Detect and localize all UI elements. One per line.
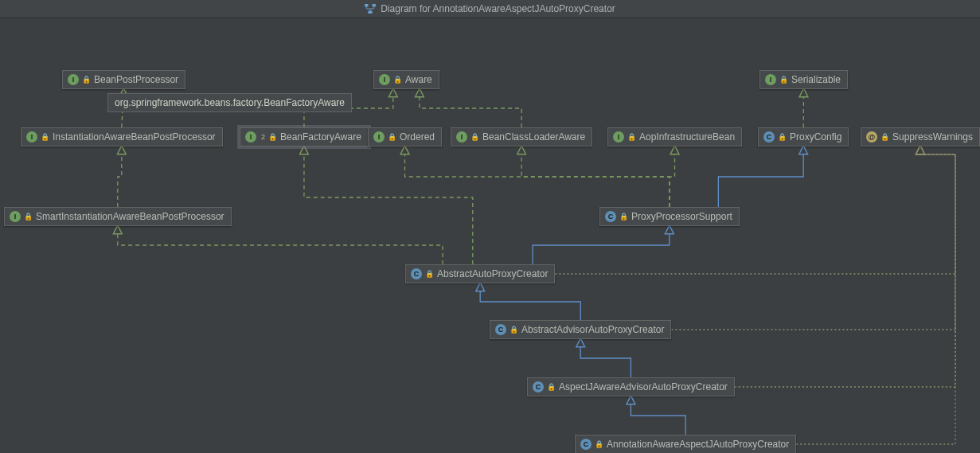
node-Aware[interactable]: I🔒Aware	[373, 70, 439, 89]
annotation-icon: @	[866, 131, 877, 143]
node-Serializable[interactable]: I🔒Serializable	[759, 70, 848, 89]
lock-icon: 🔒	[547, 383, 556, 391]
node-AspectJAwareAdvisorAutoProxyCreator[interactable]: C🔒AspectJAwareAdvisorAutoProxyCreator	[527, 377, 735, 396]
node-BeanPostProcessor[interactable]: I🔒BeanPostProcessor	[62, 70, 185, 89]
lock-icon: 🔒	[779, 76, 788, 84]
diagram-icon	[365, 4, 376, 14]
lock-icon: 🔒	[619, 213, 628, 221]
node-AbstractAdvisorAutoProxyCreator[interactable]: C🔒AbstractAdvisorAutoProxyCreator	[490, 320, 671, 339]
tooltip: org.springframework.beans.factory.BeanFa…	[107, 93, 352, 112]
node-InstantiationAwareBeanPostProcessor[interactable]: I🔒InstantiationAwareBeanPostProcessor	[21, 127, 223, 146]
node-AopInfrastructureBean[interactable]: I🔒AopInfrastructureBean	[607, 127, 742, 146]
node-AbstractAutoProxyCreator[interactable]: C🔒AbstractAutoProxyCreator	[405, 264, 555, 283]
class-icon: C	[495, 324, 506, 335]
node-ProxyConfig[interactable]: C🔒ProxyConfig	[758, 127, 849, 146]
node-AnnotationAwareAspectJAutoProxyCreator[interactable]: C🔒AnnotationAwareAspectJAutoProxyCreator	[575, 435, 796, 453]
tooltip-text: org.springframework.beans.factory.BeanFa…	[115, 97, 345, 108]
node-label: BeanClassLoaderAware	[482, 131, 585, 143]
node-label: ProxyProcessorSupport	[631, 211, 732, 222]
class-icon: C	[763, 131, 775, 143]
lock-icon: 🔒	[425, 270, 434, 278]
lock-icon: 🔒	[627, 133, 636, 141]
node-label: AspectJAwareAdvisorAutoProxyCreator	[559, 381, 728, 392]
window-title: Diagram for AnnotationAwareAspectJAutoPr…	[381, 3, 615, 14]
node-label: Serializable	[791, 74, 841, 85]
node-SuppressWarnings[interactable]: @🔒SuppressWarnings	[861, 127, 980, 146]
lock-icon: 🔒	[41, 133, 49, 141]
node-label: ProxyConfig	[790, 131, 841, 143]
class-icon: C	[533, 381, 544, 392]
node-Ordered[interactable]: I🔒Ordered	[368, 127, 442, 146]
lock-icon: 🔒	[388, 133, 396, 141]
node-BeanFactoryAware[interactable]: I2🔒BeanFactoryAware	[240, 127, 369, 146]
node-label: BeanPostProcessor	[94, 74, 178, 85]
node-label: BeanFactoryAware	[280, 131, 361, 143]
node-label: SuppressWarnings	[892, 131, 973, 143]
lock-icon: 🔒	[82, 76, 91, 84]
node-label: InstantiationAwareBeanPostProcessor	[53, 131, 216, 143]
lock-icon: 🔒	[268, 133, 277, 141]
node-label: AnnotationAwareAspectJAutoProxyCreator	[607, 439, 789, 450]
node-label: AopInfrastructureBean	[639, 131, 735, 143]
class-icon: C	[580, 439, 592, 450]
interface-icon: I	[613, 131, 624, 143]
node-ProxyProcessorSupport[interactable]: C🔒ProxyProcessorSupport	[599, 207, 740, 226]
interface-icon: I	[379, 74, 390, 85]
svg-rect-0	[365, 4, 368, 6]
node-label: Ordered	[400, 131, 435, 143]
node-label: SmartInstantiationAwareBeanPostProcessor	[36, 211, 225, 222]
interface-icon: I	[68, 74, 79, 85]
lock-icon: 🔒	[393, 76, 402, 84]
lock-icon: 🔒	[880, 133, 889, 141]
node-label: AbstractAdvisorAutoProxyCreator	[521, 324, 664, 335]
interface-icon: I	[26, 131, 37, 143]
lock-icon: 🔒	[470, 133, 479, 141]
node-BeanClassLoaderAware[interactable]: I🔒BeanClassLoaderAware	[451, 127, 592, 146]
node-label: Aware	[405, 74, 432, 85]
interface-icon: I	[373, 131, 385, 143]
interface-icon: I	[456, 131, 467, 143]
lock-icon: 🔒	[24, 213, 33, 221]
lock-icon: 🔒	[778, 133, 787, 141]
interface-icon: I	[765, 74, 776, 85]
class-icon: C	[411, 268, 422, 279]
lock-icon: 🔒	[595, 440, 603, 448]
title-bar: Diagram for AnnotationAwareAspectJAutoPr…	[0, 0, 980, 18]
interface-icon: I	[10, 211, 21, 222]
svg-rect-2	[369, 11, 373, 14]
svg-rect-1	[373, 4, 376, 6]
interface-icon: I	[245, 131, 256, 143]
node-label: AbstractAutoProxyCreator	[437, 268, 548, 279]
lock-icon: 🔒	[510, 326, 518, 334]
node-SmartInstantiationAwareBeanPostProcessor[interactable]: I🔒SmartInstantiationAwareBeanPostProcess…	[4, 207, 232, 226]
class-icon: C	[605, 211, 616, 222]
diagram-canvas[interactable]: Diagram for AnnotationAwareAspectJAutoPr…	[0, 0, 980, 453]
